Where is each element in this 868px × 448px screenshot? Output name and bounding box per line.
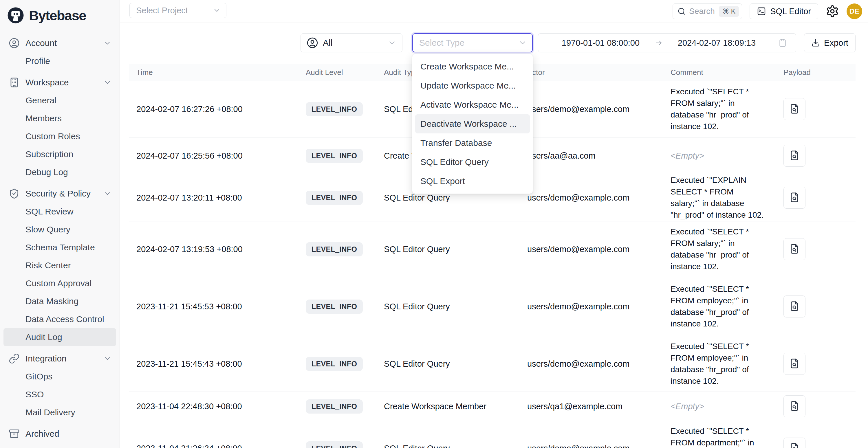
sidebar-item-audit-log[interactable]: Audit Log — [3, 328, 116, 346]
sidebar-item-profile[interactable]: Profile — [3, 52, 116, 70]
actor-filter-select[interactable]: All — [301, 33, 402, 53]
sidebar-item-label: SQL Review — [26, 206, 73, 217]
payload-view-button[interactable] — [783, 238, 805, 260]
sidebar-item-label: SSO — [26, 389, 44, 399]
sidebar-item-label: Profile — [26, 56, 50, 66]
sidebar-item-risk-center[interactable]: Risk Center — [3, 256, 116, 274]
cell-audit-type: SQL Editor Query — [376, 245, 520, 254]
export-button[interactable]: Export — [804, 33, 856, 53]
dropdown-option-transfer-database[interactable]: Transfer Database — [415, 133, 530, 153]
dropdown-option-sql-editor-query[interactable]: SQL Editor Query — [415, 153, 530, 171]
dropdown-option-update-workspace-me[interactable]: Update Workspace Me... — [415, 76, 530, 95]
cell-time: 2023-11-21 15:45:43 +08:00 — [129, 359, 298, 369]
cell-payload — [776, 295, 856, 318]
search-input[interactable]: Search ⌘ K — [673, 3, 742, 19]
cell-time: 2024-02-07 16:25:56 +08:00 — [129, 151, 298, 161]
date-from-value[interactable]: 1970-01-01 08:00:00 — [547, 38, 654, 48]
table-row: 2023-11-04 21:26:34 +08:00LEVEL_INFOSQL … — [129, 421, 856, 448]
sidebar-item-label: Data Access Control — [26, 314, 104, 324]
level-badge: LEVEL_INFO — [306, 357, 363, 371]
archive-icon — [9, 428, 20, 439]
sidebar-section-security-policy[interactable]: Security & Policy — [3, 185, 116, 202]
sidebar-item-label: General — [26, 96, 57, 105]
sidebar-item-data-access-control[interactable]: Data Access Control — [3, 310, 116, 328]
sidebar-item-label: Workspace — [26, 77, 69, 87]
payload-view-button[interactable] — [783, 438, 805, 448]
sidebar-section-workspace[interactable]: Workspace — [3, 73, 116, 91]
sidebar-item-subscription[interactable]: Subscription — [3, 145, 116, 163]
cell-actor: users/aa@aa.com — [520, 151, 663, 161]
sidebar-item-label: Subscription — [26, 149, 73, 159]
payload-view-button[interactable] — [783, 395, 805, 417]
link-icon — [9, 353, 20, 364]
type-filter-select[interactable]: Select Type — [412, 33, 533, 53]
chevron-down-icon — [518, 38, 527, 47]
project-select[interactable]: Select Project — [129, 3, 226, 18]
sidebar-item-label: Integration — [26, 354, 67, 363]
column-header-audit-level: Audit Level — [298, 68, 376, 77]
sidebar-item-data-masking[interactable]: Data Masking — [3, 292, 116, 310]
payload-view-button[interactable] — [783, 295, 805, 318]
cell-audit-type: SQL Editor Query — [376, 302, 520, 311]
sidebar-section-archived[interactable]: Archived — [3, 425, 116, 443]
column-header-payload: Payload — [776, 68, 856, 77]
sidebar-nav: AccountProfileWorkspaceGeneralMembersCus… — [0, 28, 120, 443]
sidebar-item-label: Slow Query — [26, 225, 70, 234]
cell-actor: users/demo@example.com — [520, 302, 663, 311]
sidebar-item-debug-log[interactable]: Debug Log — [3, 163, 116, 181]
sidebar-item-general[interactable]: General — [3, 91, 116, 109]
export-label: Export — [824, 38, 848, 48]
payload-view-button[interactable] — [783, 353, 805, 375]
dropdown-option-sql-export[interactable]: SQL Export — [415, 171, 530, 191]
topbar-actions: Search ⌘ K SQL Editor DE — [673, 3, 862, 19]
column-header-time: Time — [129, 68, 298, 77]
sidebar: Bytebase AccountProfileWorkspaceGeneralM… — [0, 0, 120, 448]
sidebar-item-gitops[interactable]: GitOps — [3, 367, 116, 385]
actor-filter-value: All — [323, 38, 388, 48]
sidebar-item-sso[interactable]: SSO — [3, 385, 116, 404]
payload-view-button[interactable] — [783, 187, 805, 209]
user-circle-icon — [9, 38, 20, 49]
date-range-picker[interactable]: 1970-01-01 08:00:00 2024-02-07 18:09:13 — [538, 33, 796, 53]
sql-editor-label: SQL Editor — [770, 7, 811, 16]
sidebar-item-custom-roles[interactable]: Custom Roles — [3, 127, 116, 145]
table-row: 2023-11-21 15:45:53 +08:00LEVEL_INFOSQL … — [129, 277, 856, 336]
cell-payload — [776, 238, 856, 260]
sidebar-item-label: Custom Approval — [26, 279, 92, 288]
cell-actor: users/demo@example.com — [520, 444, 663, 448]
sql-editor-button[interactable]: SQL Editor — [750, 3, 818, 19]
type-filter-dropdown: Create Workspace Me...Update Workspace M… — [412, 54, 533, 194]
cell-payload — [776, 187, 856, 209]
payload-view-button[interactable] — [783, 145, 805, 167]
cell-comment: Executed `"SELECT * FROM salary;"` in da… — [663, 226, 776, 272]
cell-audit-level: LEVEL_INFO — [298, 102, 376, 116]
avatar[interactable]: DE — [846, 3, 862, 19]
cell-comment: <Empty> — [663, 401, 776, 412]
sidebar-item-mail-delivery[interactable]: Mail Delivery — [3, 404, 116, 421]
file-search-icon — [789, 103, 800, 115]
chevron-down-icon — [103, 39, 112, 47]
level-badge: LEVEL_INFO — [306, 191, 363, 205]
gear-icon[interactable] — [826, 5, 839, 18]
payload-view-button[interactable] — [783, 98, 805, 120]
sidebar-item-schema-template[interactable]: Schema Template — [3, 238, 116, 256]
sidebar-item-members[interactable]: Members — [3, 109, 116, 127]
download-icon — [811, 38, 820, 47]
sidebar-section-account[interactable]: Account — [3, 34, 116, 52]
cell-comment: Executed `"SELECT * FROM department;"` i… — [663, 425, 776, 448]
cell-time: 2024-02-07 13:19:53 +08:00 — [129, 245, 298, 254]
column-header-actor: Actor — [520, 68, 663, 77]
chevron-down-icon — [103, 190, 112, 198]
file-search-icon — [789, 150, 800, 162]
sidebar-section-integration[interactable]: Integration — [3, 350, 116, 367]
sidebar-item-label: GitOps — [26, 372, 53, 381]
dropdown-option-deactivate-workspace[interactable]: Deactivate Workspace ... — [415, 114, 530, 133]
date-to-value[interactable]: 2024-02-07 18:09:13 — [663, 38, 770, 48]
table-row: 2023-11-21 15:45:43 +08:00LEVEL_INFOSQL … — [129, 336, 856, 392]
cell-actor: users/demo@example.com — [520, 193, 663, 202]
sidebar-item-custom-approval[interactable]: Custom Approval — [3, 274, 116, 292]
sidebar-item-sql-review[interactable]: SQL Review — [3, 202, 116, 221]
dropdown-option-create-workspace-me[interactable]: Create Workspace Me... — [415, 57, 530, 76]
dropdown-option-activate-workspace-me[interactable]: Activate Workspace Me... — [415, 95, 530, 114]
sidebar-item-slow-query[interactable]: Slow Query — [3, 221, 116, 238]
